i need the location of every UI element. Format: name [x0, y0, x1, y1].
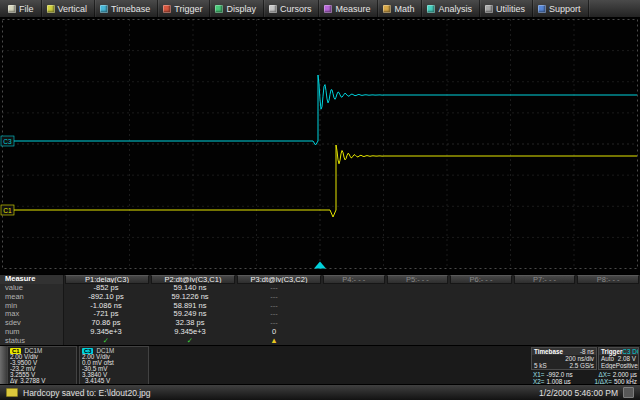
cursor-x-readouts: X1= -992.0 ns ΔX= 2.000 µs X2= 1.008 µs …	[531, 371, 639, 385]
measure-col-header-p8[interactable]: P8:- - -	[577, 275, 639, 284]
delta-x-readout: ΔX= 2.000 µs	[599, 371, 637, 378]
measure-cell: 58.891 ns	[148, 302, 232, 311]
status-corner-icon[interactable]	[623, 387, 634, 398]
trigger-time-marker[interactable]	[314, 262, 326, 269]
math-icon	[383, 5, 391, 13]
trigger-title: Trigger	[601, 348, 622, 355]
hardcopy-icon	[6, 388, 18, 397]
channel-descriptor-c3[interactable]: C3 DC1M 2.00 V/div 0.0 mV ofst -30.5 mV …	[79, 346, 149, 385]
measure-cell	[446, 328, 511, 337]
measure-cell: -852 ps	[64, 284, 148, 293]
measure-col-header-p1[interactable]: P1:delay(C3)	[65, 275, 149, 284]
measure-cell: ---	[232, 310, 316, 319]
menu-item-label: Vertical	[58, 4, 88, 14]
measure-cell	[446, 310, 511, 319]
measure-row-min: min-1.086 ns58.891 ns---	[0, 302, 640, 311]
measure-row-sdev: sdev70.86 ps32.38 ps---	[0, 319, 640, 328]
bottom-info-area: C1 DC1M 2.00 V/div -3.9500 V -23.2 mV 3.…	[0, 345, 640, 385]
timebase-panel[interactable]: Timebase -8 ns 200 ns/div 5 kS 2.5 GS/s	[531, 347, 597, 370]
trigger-panel[interactable]: Trigger C3 DC Auto 2.08 V Edge Positive	[598, 347, 639, 370]
menu-item-file[interactable]: File	[3, 0, 42, 17]
menu-item-analysis[interactable]: Analysis	[422, 0, 480, 17]
measure-cell: ---	[232, 319, 316, 328]
measure-cell: -892.10 ps	[64, 293, 148, 302]
measure-cell: 32.38 ps	[148, 319, 232, 328]
channel-descriptor-c1[interactable]: C1 DC1M 2.00 V/div -3.9500 V -23.2 mV 3.…	[7, 346, 77, 385]
measure-col-header-p7[interactable]: P7:- - -	[514, 275, 576, 284]
waveform-svg: C3C1	[0, 17, 640, 274]
menu-item-trigger[interactable]: Trigger	[158, 0, 210, 17]
menu-bar: FileVerticalTimebaseTriggerDisplayCursor…	[0, 0, 640, 18]
utilities-icon	[485, 5, 493, 13]
menu-item-measure[interactable]: Measure	[319, 0, 378, 17]
oscilloscope-screen: FileVerticalTimebaseTriggerDisplayCursor…	[0, 0, 640, 400]
menu-item-display[interactable]: Display	[210, 0, 264, 17]
measure-cell: ---	[232, 302, 316, 311]
measure-cell	[316, 293, 381, 302]
measure-cell	[316, 302, 381, 311]
menu-item-label: Timebase	[111, 4, 150, 14]
measure-row-mean: mean-892.10 ps59.1226 ns---	[0, 293, 640, 302]
measure-row-max: max-721 ps59.249 ns---	[0, 310, 640, 319]
menu-item-timebase[interactable]: Timebase	[95, 0, 158, 17]
measure-cell	[446, 284, 511, 293]
measure-header-row: MeasureP1:delay(C3)P2:dt@lv(C3,C1)P3:dt@…	[0, 275, 640, 284]
delta-x-value: 2.000 µs	[613, 371, 637, 378]
menu-item-label: Display	[226, 4, 256, 14]
measure-col-header-p2[interactable]: P2:dt@lv(C3,C1)	[151, 275, 235, 284]
measure-col-header-p3[interactable]: P3:dt@lv(C3,C2)	[237, 275, 321, 284]
measure-cell	[381, 319, 446, 328]
menu-item-math[interactable]: Math	[378, 0, 422, 17]
menu-item-label: Measure	[335, 4, 370, 14]
menu-item-support[interactable]: Support	[533, 0, 589, 17]
measure-cell: 59.1226 ns	[148, 293, 232, 302]
menu-item-utilities[interactable]: Utilities	[480, 0, 533, 17]
trigger-icon	[163, 5, 171, 13]
timebase-scale: 200 ns/div	[565, 355, 594, 362]
waveform-area[interactable]: C3C1	[0, 17, 640, 274]
measure-row-label: value	[0, 284, 64, 293]
measure-cell: 70.86 ps	[64, 319, 148, 328]
trigger-type-row: Edge Positive	[599, 362, 638, 369]
measure-col-header-p5[interactable]: P5:- - -	[387, 275, 449, 284]
measure-cell	[575, 319, 640, 328]
menu-item-label: Support	[549, 4, 581, 14]
measure-cell	[575, 328, 640, 337]
trigger-header: Trigger C3 DC	[599, 348, 638, 355]
measure-cell	[510, 319, 575, 328]
measure-cell	[381, 310, 446, 319]
measure-cell: 9.345e+3	[148, 328, 232, 337]
timebase-sampling-row: 5 kS 2.5 GS/s	[532, 362, 596, 369]
trigger-source: C3 DC	[622, 348, 639, 355]
measure-cell	[510, 284, 575, 293]
vertical-icon	[47, 5, 55, 13]
measure-cell	[446, 319, 511, 328]
trigger-mode: Auto	[601, 355, 614, 362]
measure-panel-title: Measure	[0, 275, 64, 284]
measure-cell	[381, 328, 446, 337]
measure-row-label: sdev	[0, 319, 64, 328]
x1-value: -992.0 ns	[546, 371, 572, 378]
timebase-header: Timebase -8 ns	[532, 348, 596, 355]
measure-cell	[575, 284, 640, 293]
timebase-scale-row: 200 ns/div	[532, 355, 596, 362]
measure-row-label: max	[0, 310, 64, 319]
measure-col-header-p4[interactable]: P4:- - -	[323, 275, 385, 284]
measure-cell: -721 ps	[64, 310, 148, 319]
measure-cell: ---	[232, 293, 316, 302]
menu-item-cursors[interactable]: Cursors	[264, 0, 320, 17]
trigger-level: 2.08 V	[618, 355, 636, 362]
measure-cell	[381, 302, 446, 311]
measure-col-header-p6[interactable]: P6:- - -	[450, 275, 512, 284]
measure-cell	[575, 293, 640, 302]
x1-label: X1=	[533, 371, 544, 378]
measure-row-value: value-852 ps59.140 ns---	[0, 284, 640, 293]
menu-item-vertical[interactable]: Vertical	[42, 0, 96, 17]
measure-icon	[324, 5, 332, 13]
measure-cell	[446, 293, 511, 302]
menu-item-label: Analysis	[438, 4, 472, 14]
measure-cell	[381, 293, 446, 302]
measure-row-label: min	[0, 302, 64, 311]
measure-cell	[316, 328, 381, 337]
measure-cell: 0	[232, 328, 316, 337]
